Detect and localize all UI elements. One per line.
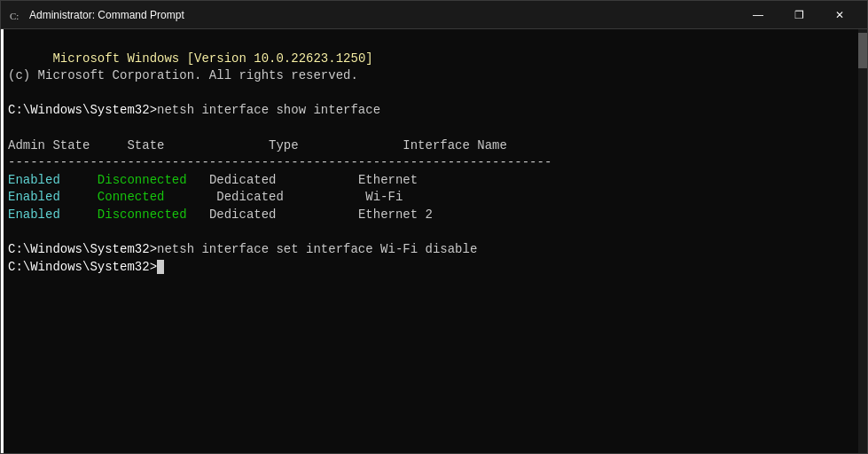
svg-text:C:: C: bbox=[10, 11, 19, 21]
row3-spacer3 bbox=[277, 207, 358, 222]
row3-state: Disconnected bbox=[98, 207, 187, 222]
command-line-2: C:\Windows\System32>netsh interface set … bbox=[8, 242, 477, 256]
title-bar-left: C: Administrator: Command Prompt bbox=[8, 8, 184, 22]
col-admin: Admin State bbox=[8, 138, 127, 153]
row3-interface: Ethernet 2 bbox=[358, 207, 433, 222]
row3-spacer2 bbox=[187, 207, 209, 222]
console-area: Microsoft Windows [Version 10.0.22623.12… bbox=[1, 29, 867, 453]
table-row-1: Enabled Disconnected Dedicated Ethernet bbox=[8, 173, 418, 187]
cursor-line: C:\Windows\System32> bbox=[8, 260, 164, 274]
copyright-text: (c) Microsoft Corporation. All rights re… bbox=[8, 68, 358, 82]
window: C: Administrator: Command Prompt — ❐ ✕ M… bbox=[0, 0, 868, 454]
col-state: State bbox=[127, 138, 269, 153]
col-name: Interface Name bbox=[403, 138, 507, 153]
row2-interface: Wi-Fi bbox=[365, 190, 403, 204]
console-output: Microsoft Windows [Version 10.0.22623.12… bbox=[8, 33, 860, 311]
row3-type: Dedicated bbox=[209, 207, 277, 222]
row2-spacer3 bbox=[284, 190, 365, 204]
minimize-button[interactable]: — bbox=[738, 1, 778, 29]
row1-spacer2 bbox=[187, 173, 209, 187]
table-header-line: Admin State State Type Interface Name bbox=[8, 138, 507, 153]
prompt-3: C:\Windows\System32> bbox=[8, 260, 157, 274]
cmd-icon: C: bbox=[8, 8, 22, 22]
row1-type: Dedicated bbox=[209, 173, 277, 187]
row1-admin: Enabled bbox=[8, 173, 60, 187]
row3-admin: Enabled bbox=[8, 207, 60, 222]
title-bar: C: Administrator: Command Prompt — ❐ ✕ bbox=[1, 1, 867, 29]
row2-spacer1 bbox=[60, 190, 98, 204]
prompt-2: C:\Windows\System32> bbox=[8, 242, 157, 256]
left-border bbox=[1, 29, 4, 453]
row1-spacer3 bbox=[277, 173, 358, 187]
close-button[interactable]: ✕ bbox=[819, 1, 860, 29]
row1-spacer1 bbox=[60, 173, 98, 187]
scrollbar-thumb[interactable] bbox=[858, 33, 867, 68]
row2-admin: Enabled bbox=[8, 190, 60, 204]
table-row-2: Enabled Connected Dedicated Wi-Fi bbox=[8, 190, 403, 204]
row2-type: Dedicated bbox=[216, 190, 284, 204]
table-separator: ----------------------------------------… bbox=[8, 155, 551, 169]
row2-spacer2 bbox=[164, 190, 216, 204]
row2-state: Connected bbox=[98, 190, 165, 204]
version-line: Microsoft Windows [Version 10.0.22623.12… bbox=[52, 51, 372, 66]
copyright-line: (c) Microsoft Corporation. All rights re… bbox=[8, 68, 358, 82]
maximize-button[interactable]: ❐ bbox=[778, 1, 819, 29]
scrollbar[interactable] bbox=[858, 29, 867, 453]
window-title: Administrator: Command Prompt bbox=[29, 9, 184, 21]
row3-spacer1 bbox=[60, 207, 98, 222]
cursor-block bbox=[157, 260, 164, 274]
version-text: Microsoft Windows [Version 10.0.22623.12… bbox=[52, 51, 372, 66]
cmd-text-1: netsh interface show interface bbox=[157, 103, 380, 117]
prompt-1: C:\Windows\System32> bbox=[8, 103, 157, 117]
row1-state: Disconnected bbox=[98, 173, 187, 187]
command-line-1: C:\Windows\System32>netsh interface show… bbox=[8, 103, 380, 117]
col-type: Type bbox=[269, 138, 403, 153]
title-bar-controls: — ❐ ✕ bbox=[738, 1, 860, 29]
table-row-3: Enabled Disconnected Dedicated Ethernet … bbox=[8, 207, 433, 222]
row1-interface: Ethernet bbox=[358, 173, 418, 187]
cmd-text-2: netsh interface set interface Wi-Fi disa… bbox=[157, 242, 477, 256]
